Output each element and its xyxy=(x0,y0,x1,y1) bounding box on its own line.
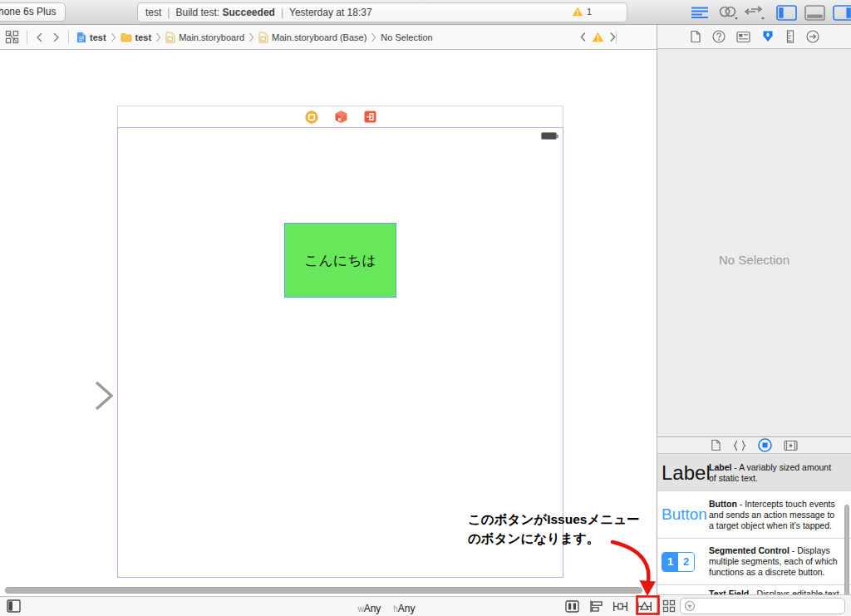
standard-editor-icon xyxy=(691,6,709,19)
breadcrumb-item-project[interactable]: test xyxy=(76,32,106,43)
library-item-label[interactable]: Label Label - A variably sized amount of… xyxy=(657,455,851,491)
breadcrumb-item-selection[interactable]: No Selection xyxy=(381,32,432,42)
navigator-panel-icon xyxy=(776,5,797,21)
breadcrumb-separator-icon xyxy=(248,32,254,42)
annotation-text: このボタンがIssuesメニュー のボタンになります。 xyxy=(468,510,651,548)
storyboard-file-icon xyxy=(165,32,175,43)
debug-area-toggle-button[interactable] xyxy=(803,4,826,21)
run-destination-button[interactable]: hone 6s Plus xyxy=(0,2,66,22)
breadcrumb-item-folder[interactable]: test xyxy=(121,32,152,42)
filter-icon xyxy=(684,600,696,612)
library-scrollbar[interactable] xyxy=(844,505,849,594)
warning-icon xyxy=(572,7,583,17)
view-controller-icon[interactable] xyxy=(305,111,318,124)
utilities-toggle-button[interactable] xyxy=(831,4,851,21)
horizontal-scrollbar[interactable] xyxy=(5,587,642,594)
assistant-editor-button[interactable] xyxy=(716,4,740,21)
file-template-library-icon[interactable] xyxy=(711,439,721,451)
related-items-icon[interactable] xyxy=(5,30,19,44)
quick-help-inspector-icon[interactable] xyxy=(712,30,726,43)
xcode-window: hone 6s Plus test|Build test: Succeeded|… xyxy=(0,0,851,616)
size-class-control[interactable]: wAny hAny xyxy=(337,600,436,615)
first-responder-icon[interactable] xyxy=(334,110,348,124)
debug-area-panel-icon xyxy=(804,5,825,21)
object-library-icon[interactable] xyxy=(758,438,772,452)
forward-icon[interactable] xyxy=(52,32,61,43)
canvas-bottom-bar: wAny hAny xyxy=(0,596,657,616)
exit-segue-icon[interactable] xyxy=(364,111,376,123)
next-issue-icon[interactable] xyxy=(609,32,617,42)
breadcrumb-separator-icon xyxy=(371,32,376,42)
attributes-inspector-icon[interactable] xyxy=(761,30,775,43)
pin-constraints-button[interactable] xyxy=(611,599,629,614)
document-outline-icon xyxy=(7,599,21,613)
connections-inspector-icon[interactable] xyxy=(806,30,819,43)
resolve-issues-icon xyxy=(637,600,652,613)
no-selection-text: No Selection xyxy=(657,253,851,267)
breadcrumb-item-storyboard[interactable]: Main.storyboard xyxy=(165,32,244,43)
back-icon[interactable] xyxy=(35,32,43,43)
library-search-input[interactable] xyxy=(696,601,829,611)
activity-viewer: test|Build test: Succeeded|Yesterday at … xyxy=(137,2,627,22)
file-inspector-icon[interactable] xyxy=(690,30,701,43)
assistant-editor-icon xyxy=(717,5,739,20)
folder-icon xyxy=(121,32,132,42)
toolbar: hone 6s Plus test|Build test: Succeeded|… xyxy=(0,0,851,25)
library-selector-bar xyxy=(657,436,851,454)
library-search-bar xyxy=(657,594,851,616)
utilities-panel: No Selection Label xyxy=(657,25,851,616)
size-inspector-icon[interactable] xyxy=(785,30,795,43)
storyboard-file-icon xyxy=(258,32,268,43)
library-item-button[interactable]: Button Button - Intercepts touch events … xyxy=(657,491,851,539)
library-search-field[interactable] xyxy=(680,598,845,614)
initial-view-controller-arrow[interactable] xyxy=(33,378,118,413)
breadcrumb-separator-icon xyxy=(111,32,116,42)
inspector-body: No Selection xyxy=(657,50,851,461)
align-icon xyxy=(589,600,603,613)
warning-icon xyxy=(592,32,604,42)
breadcrumb-separator-icon xyxy=(155,32,161,42)
divider xyxy=(27,31,27,44)
status-bar-battery-icon xyxy=(541,132,557,140)
utilities-panel-icon xyxy=(833,5,851,21)
grid-view-toggle-icon[interactable] xyxy=(662,599,676,613)
storyboard-label[interactable]: こんにちは xyxy=(284,223,396,298)
media-library-icon[interactable] xyxy=(784,440,798,451)
identity-inspector-icon[interactable] xyxy=(736,31,750,43)
document-outline-toggle-button[interactable] xyxy=(7,599,21,616)
label-preview: Label xyxy=(662,461,711,485)
build-status-text: test|Build test: Succeeded|Yesterday at … xyxy=(145,7,372,18)
embed-in-stack-button[interactable] xyxy=(563,599,581,614)
library-item-text-field[interactable]: Text Field - Displays editable text xyxy=(657,585,851,594)
segmented-control-preview: 1 2 xyxy=(662,552,695,572)
divider xyxy=(68,31,69,44)
jump-bar: test test Main.storyboard xyxy=(0,25,657,50)
previous-issue-icon[interactable] xyxy=(579,32,587,42)
pin-icon xyxy=(612,600,628,613)
version-editor-icon xyxy=(744,5,765,20)
standard-editor-button[interactable] xyxy=(688,4,711,21)
inspector-selector-bar xyxy=(657,25,851,49)
object-library-list: Label Label - A variably sized amount of… xyxy=(657,455,851,594)
storyboard-canvas[interactable]: こんにちは このボタンがIssuesメニュー のボタンになります。 xyxy=(0,50,657,596)
align-button[interactable] xyxy=(587,599,605,614)
code-snippet-library-icon[interactable] xyxy=(733,440,746,451)
library-item-segmented-control[interactable]: 1 2 Segmented Control - Displays multipl… xyxy=(657,539,851,585)
navigator-toggle-button[interactable] xyxy=(775,4,798,21)
resolve-autolayout-issues-button[interactable] xyxy=(635,599,653,614)
toolbar-warning-badge[interactable]: 1 xyxy=(572,7,592,17)
version-editor-button[interactable] xyxy=(743,4,766,21)
breadcrumb-item-storyboard-base[interactable]: Main.storyboard (Base) xyxy=(258,32,366,43)
stack-icon xyxy=(565,600,579,613)
scene-dock xyxy=(117,106,563,127)
button-preview: Button xyxy=(662,505,707,524)
project-file-icon xyxy=(76,32,86,43)
